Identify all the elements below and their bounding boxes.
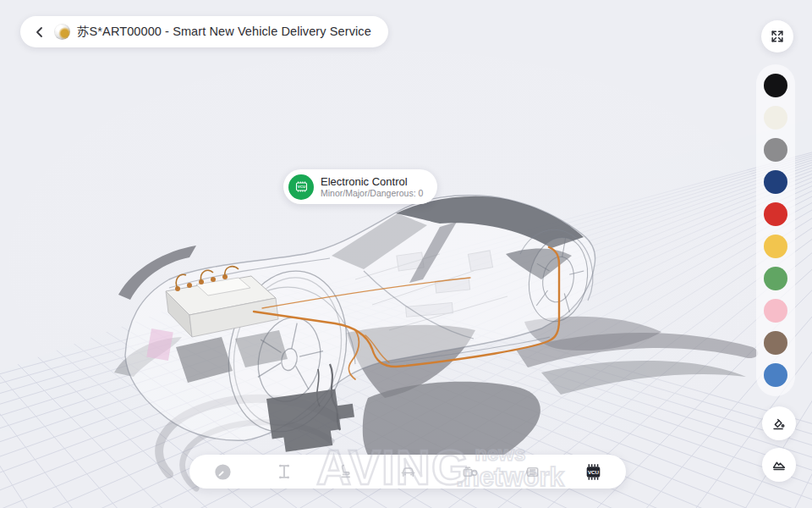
chevron-left-icon — [34, 26, 46, 38]
car-body-icon — [398, 462, 418, 482]
paint-fill-button[interactable] — [762, 406, 796, 440]
swatch-blue[interactable] — [764, 363, 787, 387]
drive-motor-icon — [460, 462, 480, 482]
swatch-red[interactable] — [764, 202, 787, 226]
paint-fill-icon — [770, 414, 788, 433]
expand-icon — [769, 28, 786, 45]
swatch-brown[interactable] — [764, 331, 787, 355]
vehicle-3d-view[interactable] — [0, 0, 812, 508]
battery-pack-icon — [522, 462, 541, 482]
terrain-icon — [770, 456, 788, 474]
back-button[interactable] — [30, 23, 49, 41]
fullscreen-button[interactable] — [761, 20, 793, 52]
environment-button[interactable] — [762, 448, 796, 482]
tooltip-title: Electronic Control — [321, 175, 423, 188]
brand-sphere-icon — [54, 24, 70, 40]
swatch-yellow[interactable] — [764, 235, 787, 258]
component-tooltip[interactable]: VCU Electronic Control Minor/Major/Dange… — [283, 169, 437, 204]
tab-chassis-axle[interactable] — [273, 461, 295, 483]
tab-battery-pack[interactable] — [520, 461, 542, 483]
swatch-pink[interactable] — [764, 299, 787, 323]
dashboard-gauge-icon — [213, 462, 233, 482]
swatch-gray[interactable] — [764, 138, 787, 162]
svg-text:VCU: VCU — [297, 185, 304, 189]
tab-seat[interactable] — [335, 461, 357, 483]
component-toolbar: VCU — [189, 455, 626, 489]
svg-text:VCU: VCU — [587, 469, 599, 475]
swatch-navy[interactable] — [764, 170, 787, 194]
tab-car-body[interactable] — [397, 461, 419, 483]
tooltip-subtitle: Minor/Major/Dangerous: 0 — [321, 188, 423, 198]
tab-vcu-chip[interactable]: VCU — [582, 461, 604, 483]
chassis-axle-icon — [275, 462, 294, 481]
tab-drive-motor[interactable] — [458, 461, 480, 483]
tab-dashboard-gauge[interactable] — [211, 461, 233, 483]
vcu-chip-icon: VCU — [583, 461, 604, 483]
swatch-black[interactable] — [764, 74, 787, 97]
seat-icon — [337, 462, 355, 481]
swatch-cream[interactable] — [764, 106, 787, 130]
vcu-badge-icon: VCU — [288, 174, 314, 200]
swatch-green[interactable] — [764, 267, 787, 290]
color-palette — [756, 64, 795, 396]
vehicle-title: 苏S*ART00000 - Smart New Vehicle Delivery… — [77, 24, 371, 40]
vehicle-header: 苏S*ART00000 - Smart New Vehicle Delivery… — [20, 16, 388, 47]
